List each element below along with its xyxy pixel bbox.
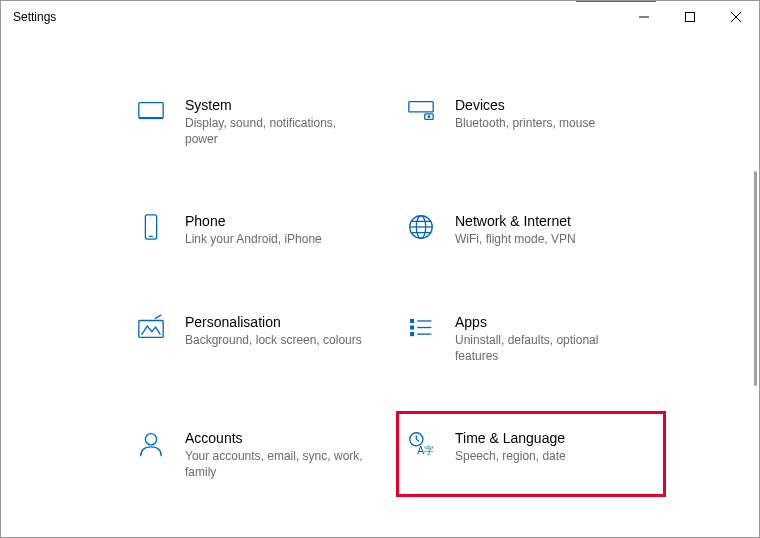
svg-rect-6 <box>409 102 433 112</box>
titlebar: Settings <box>1 1 759 33</box>
category-subtitle: Uninstall, defaults, optional features <box>455 332 635 364</box>
display-icon <box>135 95 167 127</box>
category-title: Accounts <box>185 430 365 446</box>
svg-rect-18 <box>411 319 414 322</box>
category-subtitle: Display, sound, notifications, power <box>185 115 365 147</box>
svg-line-27 <box>416 439 419 441</box>
category-title: Time & Language <box>455 430 566 446</box>
svg-rect-20 <box>411 326 414 329</box>
category-title: Phone <box>185 213 322 229</box>
category-subtitle: Background, lock screen, colours <box>185 332 362 348</box>
scrollbar-thumb[interactable] <box>754 171 757 386</box>
category-subtitle: Bluetooth, printers, mouse <box>455 115 595 131</box>
svg-rect-4 <box>139 103 163 118</box>
svg-rect-9 <box>145 215 156 239</box>
devices-icon <box>405 95 437 127</box>
category-personalisation[interactable]: Personalisation Background, lock screen,… <box>131 308 391 368</box>
svg-rect-1 <box>686 13 695 22</box>
svg-text:A字: A字 <box>417 445 434 456</box>
category-subtitle: WiFi, flight mode, VPN <box>455 231 576 247</box>
category-title: System <box>185 97 365 113</box>
phone-icon <box>135 211 167 243</box>
paint-icon <box>135 312 167 344</box>
category-subtitle: Your accounts, email, sync, work, family <box>185 448 365 480</box>
category-title: Network & Internet <box>455 213 576 229</box>
category-apps[interactable]: Apps Uninstall, defaults, optional featu… <box>401 308 661 368</box>
category-system[interactable]: System Display, sound, notifications, po… <box>131 91 391 151</box>
category-title: Personalisation <box>185 314 362 330</box>
category-title: Apps <box>455 314 635 330</box>
apps-icon <box>405 312 437 344</box>
category-title: Devices <box>455 97 595 113</box>
category-network[interactable]: Network & Internet WiFi, flight mode, VP… <box>401 207 661 251</box>
svg-rect-22 <box>411 332 414 335</box>
close-button[interactable] <box>713 1 759 33</box>
svg-point-24 <box>145 434 156 445</box>
svg-line-17 <box>155 314 162 318</box>
content-area: System Display, sound, notifications, po… <box>1 33 759 537</box>
accent-indicator <box>576 0 656 2</box>
category-subtitle: Link your Android, iPhone <box>185 231 322 247</box>
svg-point-8 <box>428 116 430 118</box>
category-phone[interactable]: Phone Link your Android, iPhone <box>131 207 391 251</box>
category-devices[interactable]: Devices Bluetooth, printers, mouse <box>401 91 661 151</box>
category-subtitle: Speech, region, date <box>455 448 566 464</box>
globe-icon <box>405 211 437 243</box>
minimize-button[interactable] <box>621 1 667 33</box>
time-language-icon: A字 <box>405 428 437 460</box>
window-title: Settings <box>13 10 56 24</box>
svg-rect-16 <box>139 320 163 337</box>
maximize-button[interactable] <box>667 1 713 33</box>
category-accounts[interactable]: Accounts Your accounts, email, sync, wor… <box>131 424 391 484</box>
categories-grid: System Display, sound, notifications, po… <box>1 33 759 537</box>
category-time-language[interactable]: A字 Time & Language Speech, region, date <box>401 416 661 492</box>
person-icon <box>135 428 167 460</box>
